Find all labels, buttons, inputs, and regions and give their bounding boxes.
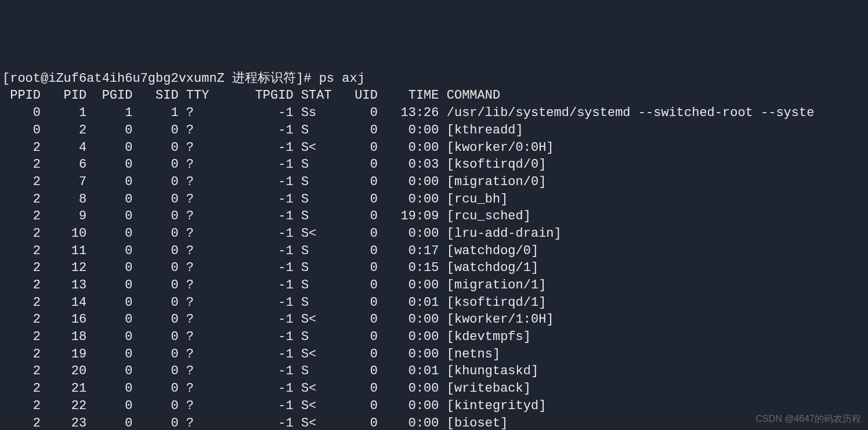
terminal-output[interactable]: [root@iZuf6at4ih6u7gbg2vxumnZ 进程标识符]# ps… [2, 70, 866, 430]
table-row: 2 11 0 0 ? -1 S 0 0:17 [watchdog/0] [2, 243, 866, 260]
table-row: 2 16 0 0 ? -1 S< 0 0:00 [kworker/1:0H] [2, 311, 866, 328]
table-row: 2 10 0 0 ? -1 S< 0 0:00 [lru-add-drain] [2, 225, 866, 243]
table-row: 2 6 0 0 ? -1 S 0 0:03 [ksoftirqd/0] [2, 156, 866, 174]
prompt-line: [root@iZuf6at4ih6u7gbg2vxumnZ 进程标识符]# ps… [2, 70, 866, 88]
table-row: 2 22 0 0 ? -1 S< 0 0:00 [kintegrityd] [2, 398, 866, 415]
table-row: 2 23 0 0 ? -1 S< 0 0:00 [bioset] [2, 415, 866, 431]
table-row: 2 13 0 0 ? -1 S 0 0:00 [migration/1] [2, 277, 866, 294]
table-row: 2 20 0 0 ? -1 S 0 0:01 [khungtaskd] [2, 363, 866, 380]
table-row: 2 7 0 0 ? -1 S 0 0:00 [migration/0] [2, 174, 866, 191]
table-row: 0 1 1 1 ? -1 Ss 0 13:26 /usr/lib/systemd… [2, 104, 866, 122]
table-row: 2 21 0 0 ? -1 S< 0 0:00 [writeback] [2, 380, 866, 398]
table-header: PPID PID PGID SID TTY TPGID STAT UID TIM… [2, 87, 866, 104]
table-row: 2 4 0 0 ? -1 S< 0 0:00 [kworker/0:0H] [2, 139, 866, 157]
table-row: 2 19 0 0 ? -1 S< 0 0:00 [netns] [2, 346, 866, 363]
table-row: 0 2 0 0 ? -1 S 0 0:00 [kthreadd] [2, 122, 866, 139]
table-row: 2 9 0 0 ? -1 S 0 19:09 [rcu_sched] [2, 208, 866, 225]
table-row: 2 8 0 0 ? -1 S 0 0:00 [rcu_bh] [2, 191, 866, 208]
table-row: 2 18 0 0 ? -1 S 0 0:00 [kdevtmpfs] [2, 328, 866, 346]
watermark-text: CSDN @4647的码农历程 [755, 413, 861, 425]
table-row: 2 12 0 0 ? -1 S 0 0:15 [watchdog/1] [2, 259, 866, 277]
table-row: 2 14 0 0 ? -1 S 0 0:01 [ksoftirqd/1] [2, 294, 866, 312]
